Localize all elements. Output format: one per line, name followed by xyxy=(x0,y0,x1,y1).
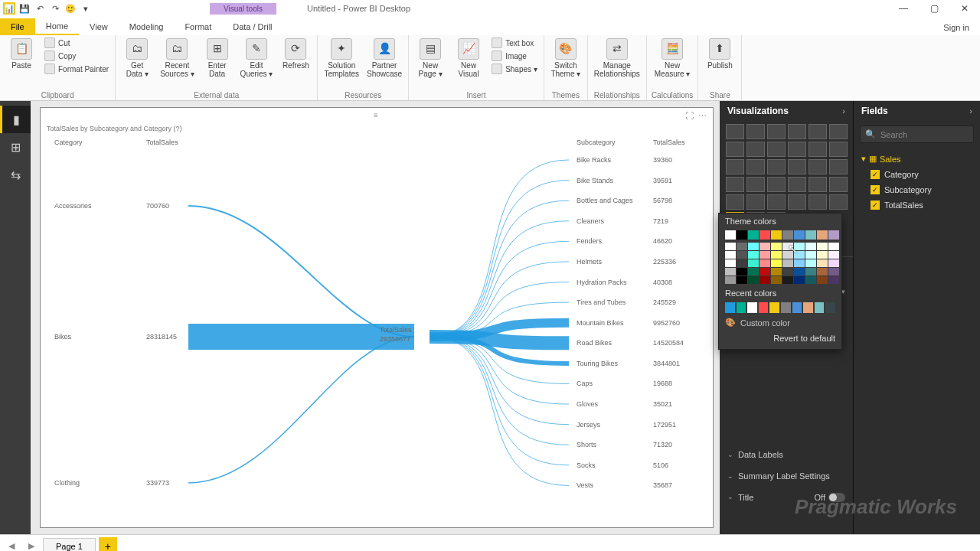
color-swatch[interactable] xyxy=(748,251,759,259)
visual-type-icon[interactable] xyxy=(788,124,806,139)
image-button[interactable]: Image xyxy=(490,50,539,62)
color-swatch[interactable] xyxy=(771,251,782,259)
color-swatch[interactable] xyxy=(747,302,757,313)
page-next-button[interactable]: ▶ xyxy=(23,538,40,552)
visual-type-icon[interactable] xyxy=(808,124,827,139)
visual-type-icon[interactable] xyxy=(788,142,806,157)
color-swatch[interactable] xyxy=(803,302,813,313)
collapse-icon[interactable]: › xyxy=(842,106,845,116)
color-swatch[interactable] xyxy=(748,259,759,267)
recent-swatch-row[interactable] xyxy=(719,301,841,315)
file-tab[interactable]: File xyxy=(0,18,35,35)
visual-type-icon[interactable] xyxy=(808,194,827,210)
qat-smiley-icon[interactable]: 🙂 xyxy=(64,2,77,15)
color-swatch[interactable] xyxy=(748,230,759,240)
cut-button[interactable]: Cut xyxy=(43,37,110,49)
sankey-chart[interactable]: CategoryTotalSalesSubcategoryTotalSalesA… xyxy=(47,137,707,521)
color-swatch[interactable] xyxy=(782,251,793,259)
visual-type-icon[interactable] xyxy=(829,124,848,139)
field-item[interactable]: ✓Subcategory xyxy=(857,182,977,197)
page-prev-button[interactable]: ◀ xyxy=(3,538,20,552)
color-swatch[interactable] xyxy=(794,243,805,250)
view-tab[interactable]: View xyxy=(79,18,119,35)
color-swatch[interactable] xyxy=(771,268,782,276)
color-swatch[interactable] xyxy=(828,268,839,276)
visual-type-icon[interactable] xyxy=(808,159,827,174)
color-swatch[interactable] xyxy=(737,230,747,240)
visual-type-icon[interactable] xyxy=(829,142,848,157)
color-swatch[interactable] xyxy=(805,259,816,267)
color-swatch[interactable] xyxy=(769,302,779,313)
visual-type-icon[interactable] xyxy=(788,159,806,174)
color-swatch[interactable] xyxy=(737,259,747,267)
copy-button[interactable]: Copy xyxy=(43,50,110,62)
color-swatch[interactable] xyxy=(748,243,759,250)
checkbox-icon[interactable]: ✓ xyxy=(871,185,880,194)
modeling-tab[interactable]: Modeling xyxy=(119,18,175,35)
color-swatch[interactable] xyxy=(805,243,816,250)
visual-type-icon[interactable] xyxy=(808,142,827,157)
color-swatch[interactable] xyxy=(805,230,816,240)
visual-type-icon[interactable] xyxy=(746,142,765,157)
color-swatch[interactable] xyxy=(794,268,805,276)
color-swatch[interactable] xyxy=(805,268,816,276)
sign-in-link[interactable]: Sign in xyxy=(933,20,980,35)
color-swatch[interactable] xyxy=(782,259,793,267)
color-swatch[interactable] xyxy=(760,268,770,276)
report-canvas[interactable]: ≡ ⛶ ⋯ TotalSales by Subcategory and Cate… xyxy=(40,107,714,528)
datadrill-tab[interactable]: Data / Drill xyxy=(222,18,283,35)
qat-save-icon[interactable]: 💾 xyxy=(18,2,31,15)
color-swatch[interactable] xyxy=(805,276,816,284)
data-view-icon[interactable]: ⊞ xyxy=(0,133,31,161)
minimize-button[interactable]: — xyxy=(888,0,919,17)
add-page-button[interactable]: + xyxy=(99,537,117,552)
color-swatch[interactable] xyxy=(781,302,791,313)
publish-button[interactable]: ⬆Publish xyxy=(703,37,737,71)
fields-search[interactable]: 🔍Search xyxy=(860,126,974,143)
color-swatch[interactable] xyxy=(817,243,828,250)
visual-type-icon[interactable] xyxy=(726,124,744,139)
visual-type-icon[interactable] xyxy=(767,194,786,210)
visual-type-icon[interactable] xyxy=(767,124,786,139)
enter-data-button[interactable]: ⊞Enter Data xyxy=(201,37,234,80)
color-swatch[interactable] xyxy=(825,302,835,313)
switch-theme-button[interactable]: 🎨Switch Theme ▾ xyxy=(549,37,583,80)
visual-type-icon[interactable] xyxy=(746,159,765,174)
table-node[interactable]: ▾▦Sales xyxy=(857,151,977,167)
color-swatch[interactable] xyxy=(794,230,805,240)
new-measure-button[interactable]: 🧮New Measure ▾ xyxy=(653,37,692,80)
color-swatch[interactable] xyxy=(817,268,828,276)
solution-templates-button[interactable]: ✦Solution Templates xyxy=(322,37,361,80)
custom-color-link[interactable]: 🎨Custom color xyxy=(719,315,841,331)
edit-queries-button[interactable]: ✎Edit Queries ▾ xyxy=(239,37,275,80)
model-view-icon[interactable]: ⇆ xyxy=(0,161,31,188)
visual-type-icon[interactable] xyxy=(829,159,848,174)
refresh-button[interactable]: ⟳Refresh xyxy=(279,37,312,71)
data-labels-section[interactable]: ⌄Data Labels xyxy=(720,444,853,465)
color-swatch[interactable] xyxy=(748,276,759,284)
color-swatch[interactable] xyxy=(725,243,736,250)
color-swatch[interactable] xyxy=(737,251,747,259)
color-swatch[interactable] xyxy=(817,230,828,240)
visual-type-icon[interactable] xyxy=(726,142,744,157)
format-tab[interactable]: Format xyxy=(174,18,222,35)
home-tab[interactable]: Home xyxy=(35,18,79,35)
visual-type-icon[interactable] xyxy=(767,159,786,174)
color-swatch[interactable] xyxy=(828,243,839,250)
color-swatch[interactable] xyxy=(748,268,759,276)
color-swatch[interactable] xyxy=(737,268,747,276)
color-swatch[interactable] xyxy=(782,268,793,276)
report-view-icon[interactable]: ▮ xyxy=(0,106,31,133)
visual-type-icon[interactable] xyxy=(829,194,848,210)
color-swatch[interactable] xyxy=(725,302,735,313)
focus-mode-icon[interactable]: ⛶ xyxy=(685,111,694,121)
color-swatch[interactable] xyxy=(737,276,747,284)
color-swatch[interactable] xyxy=(760,251,770,259)
visual-type-icon[interactable] xyxy=(788,194,806,210)
color-swatch[interactable] xyxy=(725,268,736,276)
color-swatch[interactable] xyxy=(759,302,769,313)
color-swatch[interactable] xyxy=(817,276,828,284)
color-swatch[interactable] xyxy=(760,276,770,284)
color-swatch[interactable] xyxy=(771,276,782,284)
color-swatch[interactable] xyxy=(792,302,802,313)
